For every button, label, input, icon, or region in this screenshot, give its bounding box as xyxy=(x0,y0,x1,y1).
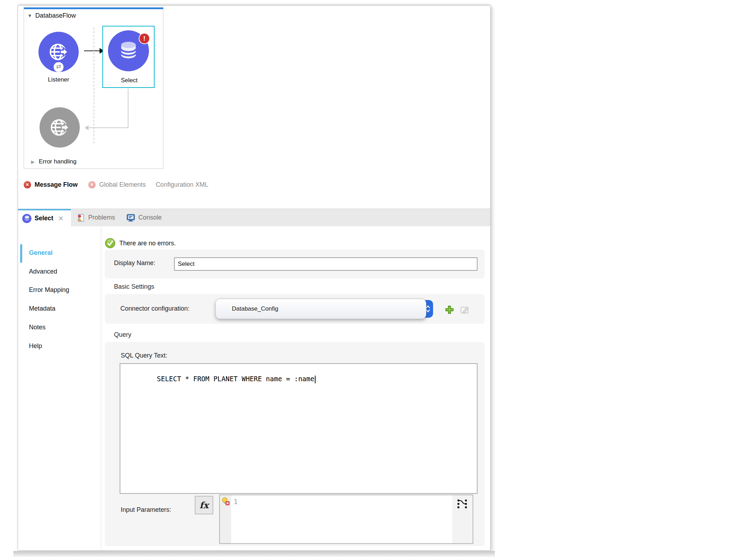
add-config-button[interactable] xyxy=(444,305,454,315)
error-handling-expand-icon[interactable]: ▶ xyxy=(31,159,35,164)
close-icon[interactable]: × xyxy=(59,215,63,222)
input-parameters-editor[interactable]: 1 xyxy=(219,495,473,544)
query-panel: SQL Query Text: SELECT * FROM PLANET WHE… xyxy=(105,342,485,546)
database-tab-icon xyxy=(22,214,31,223)
input-parameters-label: Input Parameters: xyxy=(121,506,171,514)
tab-global-elements-label: Global Elements xyxy=(99,181,146,188)
tab-problems-label: Problems xyxy=(88,214,115,221)
sidebar-item-notes[interactable]: Notes xyxy=(29,324,46,331)
success-check-icon xyxy=(105,238,115,248)
console-icon xyxy=(126,214,135,222)
sql-query-label: SQL Query Text: xyxy=(121,352,167,359)
quickfix-error-icon[interactable] xyxy=(221,497,230,506)
basic-settings-title: Basic Settings xyxy=(114,283,154,291)
tab-console[interactable]: Console xyxy=(121,209,167,226)
editor-right-strip xyxy=(452,495,473,543)
database-icon xyxy=(119,41,138,61)
plus-icon xyxy=(445,305,454,315)
listener-node-label: Listener xyxy=(32,76,85,83)
tab-select[interactable]: Select × xyxy=(18,209,71,226)
connector-config-label: Connector configuration: xyxy=(120,305,190,312)
problems-icon xyxy=(77,214,85,222)
tab-configuration-xml-label: Configuration XML xyxy=(156,181,208,188)
flow-dashed-divider xyxy=(94,28,94,143)
connector-config-dropdown[interactable]: Database_Config xyxy=(215,299,426,319)
display-name-input[interactable] xyxy=(174,257,478,271)
tab-select-label: Select xyxy=(35,215,53,222)
status-row: There are no errors. xyxy=(105,238,176,248)
sidebar-item-advanced[interactable]: Advanced xyxy=(29,268,57,275)
fx-expression-button[interactable]: fx xyxy=(195,496,213,514)
line-number: 1 xyxy=(234,498,238,505)
sidebar-item-general[interactable]: General xyxy=(29,249,53,257)
tab-problems[interactable]: Problems xyxy=(71,209,121,226)
tab-global-elements[interactable]: × Global Elements xyxy=(88,181,146,188)
globe-arrow-icon xyxy=(48,41,70,63)
response-listener-node[interactable] xyxy=(40,107,80,148)
display-name-label: Display Name: xyxy=(114,259,155,267)
app-window: ▼ DatabaseFlow ⇄ Listener xyxy=(18,5,491,551)
globe-arrow-icon-gray xyxy=(49,116,71,138)
error-x-icon-faded: × xyxy=(88,181,96,188)
return-connector-h xyxy=(89,127,128,128)
sql-query-text: SELECT * FROM PLANET WHERE name = :name xyxy=(157,375,314,383)
editor-tabbar: Select × Problems Console xyxy=(18,209,490,226)
edit-config-button[interactable] xyxy=(460,305,469,315)
flow-title: DatabaseFlow xyxy=(35,12,76,19)
flow-arrow xyxy=(84,50,100,51)
query-title: Query xyxy=(114,331,131,339)
basic-settings-panel: Connector configuration: Database_Config xyxy=(105,294,485,324)
transform-mapping-icon[interactable] xyxy=(456,498,468,509)
error-badge-icon: ! xyxy=(139,33,150,44)
return-connector-v xyxy=(128,89,128,128)
sql-query-textarea[interactable]: SELECT * FROM PLANET WHERE name = :name xyxy=(120,363,478,494)
error-handling-section[interactable]: ▶ Error handling xyxy=(31,158,77,165)
sidebar-active-indicator xyxy=(20,244,22,263)
window-bottom-shadow xyxy=(13,551,495,557)
status-message: There are no errors. xyxy=(119,240,176,247)
edit-icon xyxy=(460,305,469,315)
tab-message-flow-label: Message Flow xyxy=(35,181,78,188)
tab-console-label: Console xyxy=(138,214,162,221)
select-node-label: Select xyxy=(103,77,155,84)
properties-panel: General Advanced Error Mapping Metadata … xyxy=(18,226,490,550)
return-connector-arrow xyxy=(85,125,89,130)
exchange-icon: ⇄ xyxy=(54,62,64,72)
flow-canvas: ▼ DatabaseFlow ⇄ Listener xyxy=(24,7,163,169)
select-node[interactable]: ! Select xyxy=(102,26,155,88)
properties-sidebar: General Advanced Error Mapping Metadata … xyxy=(18,226,101,550)
view-tabs: × Message Flow × Global Elements Configu… xyxy=(24,181,208,188)
error-handling-label: Error handling xyxy=(39,158,77,165)
display-name-panel: Display Name: xyxy=(105,250,485,278)
sidebar-item-help[interactable]: Help xyxy=(29,342,42,350)
sidebar-item-error-mapping[interactable]: Error Mapping xyxy=(29,286,69,294)
tab-message-flow[interactable]: × Message Flow xyxy=(24,181,78,188)
sidebar-item-metadata[interactable]: Metadata xyxy=(29,305,55,312)
error-x-icon: × xyxy=(24,181,31,188)
tab-configuration-xml[interactable]: Configuration XML xyxy=(156,181,208,188)
text-caret xyxy=(315,376,316,383)
editor-gutter xyxy=(220,495,231,543)
flow-collapse-icon[interactable]: ▼ xyxy=(28,13,32,18)
connector-config-value: Database_Config xyxy=(216,305,278,312)
